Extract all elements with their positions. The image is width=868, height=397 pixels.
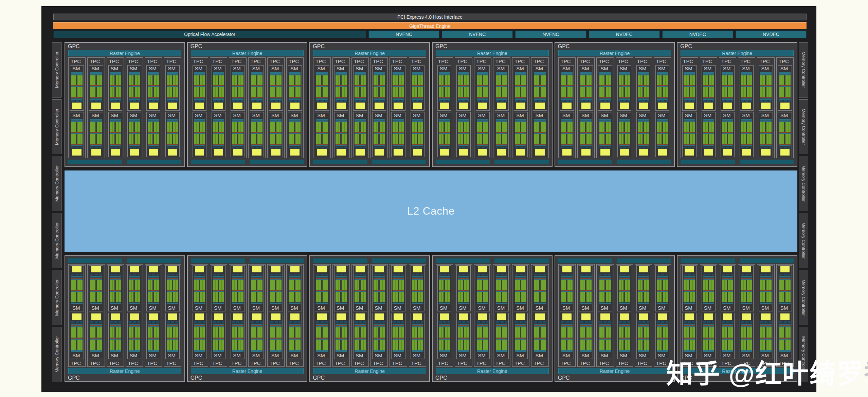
tpc-label: TPC: [287, 360, 303, 366]
sm-core-array: [741, 74, 752, 85]
l2-cache-label: L2 Cache: [407, 205, 455, 217]
sm-core-array: [599, 326, 611, 338]
sm-core-array: [722, 133, 733, 144]
sm-scheduler-bar: [638, 119, 649, 121]
sm-scheduler-bar: [703, 119, 714, 121]
sm-scheduler-bar: [496, 119, 507, 121]
sm-core-array: [439, 74, 450, 85]
memory-controller-block: Memory Controller: [52, 99, 61, 155]
tpc-block: TPCSMSM: [390, 264, 407, 367]
sm-tensor-block: [478, 149, 487, 156]
tpc-label: TPC: [512, 58, 529, 65]
gpc-row-top: GPCRaster EngineTPCSMSMTPCSMSMTPCSMSMTPC…: [65, 42, 797, 167]
sm-cache-bar: [703, 98, 714, 100]
sm-block: SM: [655, 112, 669, 158]
sm-core-array: [90, 339, 102, 350]
sm-lsu-row: [515, 100, 526, 102]
sm-core-array: [619, 339, 630, 350]
sm-core-array: [722, 121, 733, 132]
sm-cache-bar: [458, 145, 469, 146]
sm-core-array: [393, 121, 404, 132]
tpc-block: TPCSMSM: [681, 57, 698, 158]
tpc-block: TPCSMSM: [436, 264, 453, 367]
sm-divider-bar: [477, 97, 488, 98]
sm-label: SM: [618, 305, 631, 311]
sm-divider-bar: [534, 97, 545, 98]
sm-label: SM: [495, 305, 508, 311]
sm-core-array: [71, 291, 83, 302]
sm-block: SM: [146, 112, 160, 158]
sm-cache-bar: [638, 145, 649, 146]
sm-core-array: [336, 133, 347, 144]
sm-lsu-row: [316, 147, 327, 148]
sm-block: SM: [334, 112, 348, 158]
sm-core-array: [561, 291, 573, 302]
gpc-interface-bar: [372, 258, 426, 263]
sm-scheduler-bar: [110, 119, 121, 121]
tpc-label: TPC: [390, 360, 406, 366]
sm-cache-bar: [270, 98, 282, 100]
sm-core-array: [129, 291, 140, 302]
sm-cache-bar: [167, 276, 178, 277]
sm-scheduler-bar: [194, 119, 205, 121]
sm-core-array: [336, 74, 347, 85]
sm-cache-bar: [167, 324, 178, 325]
sm-cache-bar: [90, 324, 102, 325]
sm-scheduler-bar: [393, 303, 404, 304]
sm-tensor-block: [91, 313, 101, 320]
sm-core-array: [71, 121, 83, 132]
sm-scheduler-bar: [599, 350, 611, 352]
sm-scheduler-bar: [71, 72, 83, 74]
sm-block: SM: [437, 112, 451, 158]
tpc-label: TPC: [738, 58, 755, 65]
sm-tensor-block: [581, 313, 591, 320]
sm-cache-bar: [741, 324, 752, 325]
sm-cache-bar: [129, 98, 140, 100]
tpc-block: TPCSMSM: [455, 264, 472, 367]
tpc-block: TPCSMSM: [332, 57, 350, 158]
sm-scheduler-bar: [393, 72, 404, 74]
sm-cache-bar: [760, 145, 771, 146]
sm-lsu-row: [393, 147, 404, 148]
sm-label: SM: [354, 112, 367, 119]
tpc-label: TPC: [616, 58, 633, 65]
sm-lsu-row: [599, 274, 611, 275]
tpc-block: TPCSMSM: [558, 264, 576, 367]
gpc-label: GPC: [433, 374, 552, 381]
sm-scheduler-bar: [496, 350, 507, 352]
sm-core-array: [580, 326, 592, 338]
sm-core-array: [779, 291, 791, 302]
sm-label: SM: [392, 66, 405, 72]
sm-block: SM: [89, 265, 103, 311]
sm-lsu-row: [684, 100, 695, 102]
sm-tensor-block: [130, 149, 139, 156]
sm-scheduler-bar: [619, 350, 630, 352]
sm-label: SM: [514, 112, 527, 119]
sm-block: SM: [334, 313, 348, 359]
sm-core-array: [534, 74, 545, 85]
sm-divider-bar: [760, 97, 771, 98]
tpc-label: TPC: [249, 360, 265, 366]
sm-label: SM: [231, 66, 244, 72]
sm-core-array: [515, 74, 526, 85]
tpc-block: TPCSMSM: [164, 264, 181, 367]
sm-block: SM: [411, 112, 424, 158]
sm-core-array: [129, 326, 140, 338]
sm-scheduler-bar: [638, 350, 649, 352]
sm-cache-bar: [638, 276, 649, 277]
gpc-interface-bar: [494, 160, 548, 164]
sm-label: SM: [109, 353, 122, 359]
sm-tensor-block: [685, 103, 694, 109]
sm-scheduler-bar: [270, 119, 282, 121]
sm-cache-bar: [496, 276, 507, 277]
sm-label: SM: [250, 353, 264, 359]
sm-label: SM: [354, 353, 367, 359]
sm-block: SM: [127, 65, 141, 111]
sm-tensor-block: [658, 313, 667, 320]
gpc-interface-bars: [191, 258, 304, 263]
sm-cache-bar: [561, 324, 573, 325]
sm-tensor-block: [497, 266, 506, 272]
sm-scheduler-bar: [374, 72, 385, 74]
sm-core-array: [722, 86, 733, 97]
sm-core-array: [167, 86, 178, 97]
